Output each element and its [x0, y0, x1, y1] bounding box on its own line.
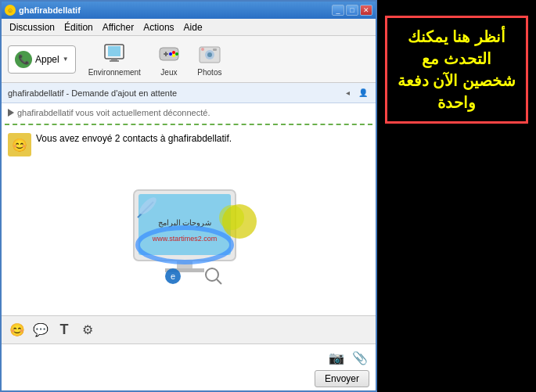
main-window: ☺ ghafirabdellatif _ □ ✕ Discussion Édit…: [0, 0, 377, 392]
svg-text:e: e: [171, 272, 175, 281]
jeux-button[interactable]: Jeux: [153, 40, 185, 78]
toolbar: 📞 Appel ▼ Environnement: [2, 36, 376, 83]
appel-label: Appel: [35, 54, 59, 65]
contact-bar: ghafirabdellatif - Demande d'ajout en at…: [2, 83, 376, 103]
svg-rect-2: [111, 59, 117, 60]
menu-bar: Discussion Édition Afficher Actions Aide: [2, 19, 376, 36]
photos-icon: [197, 41, 222, 67]
svg-point-8: [172, 54, 175, 57]
appel-button[interactable]: 📞 Appel ▼: [8, 45, 76, 74]
svg-rect-3: [110, 60, 119, 62]
avatar: 😊: [8, 133, 31, 156]
watermark-image: شروحات البرامج www.startimes2.com e: [87, 174, 290, 300]
svg-rect-1: [108, 46, 121, 56]
triangle-icon: [8, 109, 14, 117]
chat-bubble-icon[interactable]: 💬: [31, 321, 50, 340]
svg-point-5: [172, 51, 175, 54]
environnement-label: Environnement: [88, 68, 141, 77]
window-title: ghafirabdellatif: [19, 5, 81, 15]
svg-point-6: [175, 52, 178, 56]
arabic-text: أنظر هنا يمكنك التحدث مع شخصين الآن دفعة…: [397, 26, 516, 113]
status-message-text: ghafirabdellatif vous voit actuellement …: [17, 108, 210, 117]
environnement-button[interactable]: Environnement: [85, 40, 144, 78]
settings-icon[interactable]: ⚙: [78, 321, 97, 340]
svg-point-7: [169, 52, 172, 56]
menu-actions[interactable]: Actions: [138, 20, 178, 34]
svg-rect-14: [213, 49, 217, 51]
chat-area: ghafirabdellatif vous voit actuellement …: [2, 103, 376, 315]
app-icon: ☺: [5, 5, 16, 16]
menu-aide[interactable]: Aide: [179, 20, 207, 34]
svg-line-28: [217, 279, 221, 284]
jeux-icon: [156, 41, 182, 67]
title-buttons: _ □ ✕: [332, 5, 372, 16]
minimize-button[interactable]: _: [332, 5, 344, 16]
bottom-toolbar: 😊 💬 T ⚙: [2, 315, 376, 343]
chat-message-text: Vous avez envoyé 2 contacts à ghafirabde…: [36, 133, 232, 144]
maximize-button[interactable]: □: [346, 5, 358, 16]
svg-point-13: [207, 52, 212, 57]
input-right: 📷 📎 Envoyer: [315, 348, 369, 387]
smiley-icon[interactable]: 😊: [8, 321, 27, 340]
photos-label: Photos: [197, 68, 221, 77]
contact-icons: ◂ 👤: [341, 87, 369, 99]
watermark-area: شروحات البرامج www.startimes2.com e: [5, 161, 372, 312]
contact-status-text: ghafirabdellatif - Demande d'ajout en at…: [8, 88, 177, 98]
chat-message-1: 😊 Vous avez envoyé 2 contacts à ghafirab…: [5, 130, 372, 160]
menu-edition[interactable]: Édition: [59, 20, 98, 34]
jeux-label: Jeux: [160, 68, 177, 77]
input-icons: 📷 📎: [327, 348, 369, 367]
svg-text:www.startimes2.com: www.startimes2.com: [152, 235, 218, 243]
input-area: 📷 📎 Envoyer: [2, 343, 376, 390]
expand-icon[interactable]: ◂: [341, 87, 354, 99]
svg-point-27: [206, 268, 218, 281]
status-message: ghafirabdellatif vous voit actuellement …: [5, 106, 372, 119]
text-format-icon[interactable]: T: [55, 321, 74, 340]
send-button[interactable]: Envoyer: [315, 370, 369, 387]
close-button[interactable]: ✕: [360, 5, 372, 16]
right-panel: أنظر هنا يمكنك التحدث مع شخصين الآن دفعة…: [377, 0, 536, 392]
svg-rect-10: [165, 52, 167, 56]
menu-discussion[interactable]: Discussion: [5, 20, 59, 34]
title-bar-left: ☺ ghafirabdellatif: [5, 5, 81, 16]
attachment-icon[interactable]: 📎: [351, 348, 369, 367]
appel-arrow: ▼: [63, 56, 69, 63]
svg-point-15: [201, 48, 204, 51]
camera-icon[interactable]: 📷: [327, 348, 346, 367]
menu-afficher[interactable]: Afficher: [98, 20, 138, 34]
svg-point-30: [219, 205, 244, 230]
arabic-annotation-box: أنظر هنا يمكنك التحدث مع شخصين الآن دفعة…: [385, 16, 528, 124]
environnement-icon: [102, 41, 127, 67]
title-bar: ☺ ghafirabdellatif _ □ ✕: [2, 2, 376, 19]
person-icon[interactable]: 👤: [357, 87, 369, 99]
dashed-divider: [5, 124, 372, 125]
phone-icon: 📞: [15, 51, 32, 68]
photos-button[interactable]: Photos: [194, 40, 225, 78]
